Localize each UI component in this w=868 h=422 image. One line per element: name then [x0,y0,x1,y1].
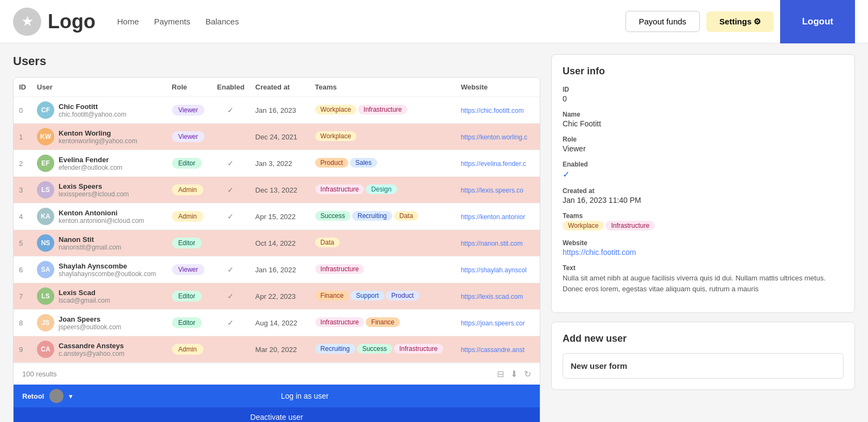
star-icon: ★ [21,13,34,30]
role-badge: Editor [172,317,202,328]
table-wrap: ID User Role Enabled Created at Teams We… [14,78,540,363]
table-row[interactable]: 9 CA Cassandre Ansteys c.ansteys@yahoo.c… [14,336,540,363]
cell-id: 4 [14,203,31,230]
table-row[interactable]: 3 LS Lexis Speers lexisspeers@icloud.com… [14,177,540,203]
avatar: CA [37,341,54,358]
right-panel: User info ID 0 Name Chic Footitt Role Vi… [551,54,855,422]
retool-avatar [49,389,63,403]
avatar: CF [37,101,54,119]
table-row[interactable]: 1 KW Kenton Worling kentonworling@yahoo.… [14,124,540,150]
info-teams-label: Teams [563,212,844,220]
user-name: Evelina Fender [59,156,123,164]
info-enabled-label: Enabled [563,161,844,168]
retool-chevron: ▾ [69,392,73,400]
user-email: shaylahaynscombe@outlook.com [59,270,156,278]
cell-role: Editor [167,230,212,257]
cell-enabled [212,230,250,257]
role-badge: Viewer [172,264,205,275]
login-as-user-button[interactable]: Log in as user [78,392,531,400]
settings-button[interactable]: Settings ⚙ [706,11,774,32]
cell-enabled: ✓ [212,310,250,336]
logout-button[interactable]: Logout [780,0,855,43]
cell-id: 7 [14,283,31,310]
team-badge: Recruiting [315,344,355,354]
website-link[interactable]: https://lexis.scad.com [461,293,523,300]
website-link[interactable]: https://joan.speers.cor [461,319,525,327]
avatar: NS [37,234,54,252]
cell-teams: Workplace [310,124,456,150]
nav-home[interactable]: Home [117,17,139,26]
table-footer-icons: ⊟ ⬇ ↻ [497,369,531,379]
nav-payments[interactable]: Payments [154,17,190,26]
cell-created: Apr 22, 2023 [250,283,310,310]
col-enabled: Enabled [212,78,250,97]
website-link[interactable]: https://kenton.antonior [461,213,525,221]
cell-teams: InfrastructureDesign [310,177,456,203]
cell-teams: FinanceSupportProduct [310,283,456,310]
cell-created: Dec 24, 2021 [250,124,310,150]
payout-button[interactable]: Payout funds [626,11,700,32]
download-icon[interactable]: ⬇ [510,369,518,379]
info-role-label: Role [563,136,844,143]
enabled-check: ✓ [227,318,234,327]
avatar: SA [37,261,54,278]
header: ★ Logo Home Payments Balances Payout fun… [0,0,868,43]
team-badge: Data [394,211,418,221]
cell-teams: SuccessRecruitingData [310,203,456,230]
user-name: Kenton Worling [59,129,137,137]
cell-role: Admin [167,336,212,363]
cell-teams: InfrastructureFinance [310,310,456,336]
user-email: chic.footitt@yahoo.com [59,111,126,118]
table-row[interactable]: 8 JS Joan Speers jspeers@outlook.com Edi… [14,310,540,336]
cell-created: Apr 15, 2022 [250,203,310,230]
cell-created: Aug 14, 2022 [250,310,310,336]
main-content: Users ID User Role Enabled Created at Te… [0,43,868,422]
cell-user: KA Kenton Antonioni kenton.antonioni@icl… [31,203,167,230]
website-link[interactable]: https://shaylah.aynscol [461,266,526,274]
role-badge: Editor [172,291,202,302]
info-team-badge: Workplace [563,221,604,231]
retool-bar: Retool ▾ Log in as user Deactivate user [14,385,540,422]
website-link[interactable]: https://evelina.fender.c [461,160,526,168]
cell-id: 9 [14,336,31,363]
table-row[interactable]: 4 KA Kenton Antonioni kenton.antonioni@i… [14,203,540,230]
team-badge: Finance [366,317,400,327]
table-row[interactable]: 2 EF Evelina Fender efender@outlook.com … [14,150,540,177]
cell-teams: RecruitingSuccessInfrastructure [310,336,456,363]
refresh-icon[interactable]: ↻ [524,369,531,379]
team-badge: Infrastructure [315,264,365,274]
filter-icon[interactable]: ⊟ [497,369,504,379]
table-row[interactable]: 0 CF Chic Footitt chic.footitt@yahoo.com… [14,97,540,124]
avatar: LS [37,287,54,305]
cell-role: Admin [167,203,212,230]
website-link[interactable]: https://nanon.stit.com [461,240,522,247]
info-teams-badges: WorkplaceInfrastructure [563,221,844,232]
table-row[interactable]: 6 SA Shaylah Aynscombe shaylahaynscombe@… [14,257,540,283]
header-right: Payout funds Settings ⚙ Logout [626,0,856,43]
enabled-check: ✓ [227,265,234,274]
info-website-link[interactable]: https://chic.footitt.com [563,248,636,257]
info-role: Role Viewer [563,136,844,153]
website-link[interactable]: https://kenton.worling.c [461,133,527,141]
role-badge: Viewer [172,105,205,116]
cell-user: EF Evelina Fender efender@outlook.com [31,150,167,177]
table-row[interactable]: 7 LS Lexis Scad lscad@gmail.com Editor✓A… [14,283,540,310]
avatar: KA [37,208,54,225]
col-id: ID [14,78,31,97]
nav-balances[interactable]: Balances [206,17,239,26]
info-id-value: 0 [563,94,844,103]
team-badge: Finance [315,291,349,300]
website-link[interactable]: https://chic.footitt.com [461,107,524,114]
role-badge: Editor [172,158,202,169]
website-link[interactable]: https://lexis.speers.co [461,187,523,194]
table-row[interactable]: 5 NS Nanon Stit nanonstit@gmail.com Edit… [14,230,540,257]
add-user-title: Add new user [563,333,844,344]
cell-role: Viewer [167,124,212,150]
website-link[interactable]: https://cassandre.anst [461,346,524,354]
role-badge: Admin [172,211,203,222]
cell-enabled: ✓ [212,150,250,177]
cell-created: Oct 14, 2022 [250,230,310,257]
user-email: lscad@gmail.com [59,297,110,304]
team-badge: Success [315,211,350,221]
deactivate-user-button[interactable]: Deactivate user [14,407,540,422]
